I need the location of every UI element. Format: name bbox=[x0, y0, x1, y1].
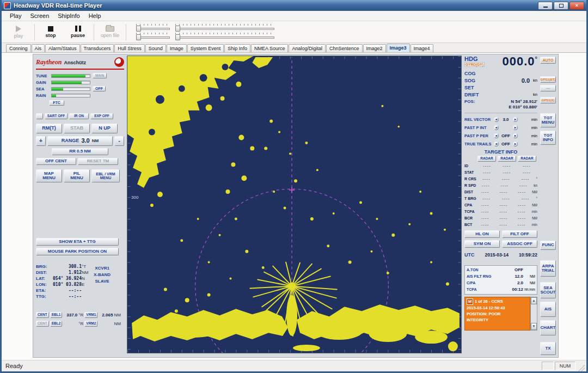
menu-screen[interactable]: Screen bbox=[26, 11, 53, 20]
gps1-x-button[interactable]: GPS1(X) bbox=[540, 97, 556, 103]
stab-button[interactable]: STAB bbox=[64, 124, 90, 133]
past-int-increase-button[interactable]: ▸ bbox=[513, 125, 518, 130]
alarm-scrollbar[interactable]: ▲ ▼ bbox=[530, 297, 537, 331]
scroll-down-icon[interactable]: ▼ bbox=[531, 323, 537, 330]
tab-ship-info[interactable]: Ship Info bbox=[224, 44, 250, 52]
func-button[interactable]: FUNC bbox=[540, 241, 556, 250]
pause-button[interactable]: pause bbox=[64, 23, 91, 41]
radar-ppi[interactable]: 330 300 bbox=[127, 56, 462, 353]
menu-shipinfo[interactable]: ShipInfo bbox=[54, 11, 83, 20]
resize-grip[interactable] bbox=[578, 364, 585, 371]
trails-decrease-button[interactable]: ◂ bbox=[494, 142, 499, 146]
ebl-vrm-menu-button[interactable]: EBL / VRMMENU bbox=[91, 169, 120, 182]
exp-button[interactable]: EXP OFF bbox=[90, 113, 113, 119]
pil-menu-button[interactable]: PILMENU bbox=[64, 169, 90, 182]
tune-slider[interactable] bbox=[51, 74, 90, 78]
tx-button[interactable]: TX bbox=[540, 342, 556, 355]
ebl2-button[interactable]: EBL2 bbox=[50, 321, 63, 327]
assoc-button[interactable]: ASSOC OFF bbox=[502, 240, 537, 248]
symbols-button[interactable]: SYM ON bbox=[464, 240, 500, 248]
open-file-button[interactable]: open file bbox=[96, 23, 124, 41]
vrm2-button[interactable]: VRM2 bbox=[84, 321, 97, 327]
position-slider-2[interactable] bbox=[175, 33, 274, 40]
tab-transducers[interactable]: Transducers bbox=[81, 44, 114, 52]
titlebar[interactable]: Headway VDR Real-time Player × bbox=[2, 0, 586, 11]
tab-sound[interactable]: Sound bbox=[145, 44, 166, 52]
speed-slider-2[interactable] bbox=[136, 33, 170, 40]
range-minus-button[interactable]: - bbox=[114, 136, 124, 146]
tab-alarm-status[interactable]: Alarm/Status bbox=[45, 44, 80, 52]
reset-tm-button[interactable]: RESET TM bbox=[78, 158, 118, 165]
sea-slider[interactable] bbox=[51, 87, 90, 91]
minimize-button[interactable] bbox=[538, 2, 553, 10]
tab-system-event[interactable]: System Event bbox=[187, 44, 224, 52]
maximize-button[interactable] bbox=[554, 2, 568, 10]
range-plus-button[interactable]: + bbox=[36, 136, 46, 146]
tab-image[interactable]: Image bbox=[167, 44, 187, 52]
sart-button[interactable]: SART OFF bbox=[45, 113, 68, 119]
past-int-decrease-button[interactable]: ◂ bbox=[494, 125, 499, 130]
ebl1-button[interactable]: EBL1 bbox=[50, 312, 63, 318]
off-center-button[interactable]: OFF CENT bbox=[36, 158, 76, 165]
close-button[interactable]: × bbox=[569, 2, 584, 10]
vrm1-button[interactable]: VRM1 bbox=[84, 312, 97, 318]
past-per-increase-button[interactable]: ▸ bbox=[513, 133, 518, 138]
map-menu-button[interactable]: MAPMENU bbox=[36, 169, 62, 182]
vector-decrease-button[interactable]: ◂ bbox=[494, 117, 499, 122]
tab-image4[interactable]: Image4 bbox=[411, 44, 433, 52]
tab-analog-digital[interactable]: Analog/Digital bbox=[289, 44, 326, 52]
tab-conning[interactable]: Conning bbox=[6, 44, 31, 52]
tgt-menu-button[interactable]: TGTMENU bbox=[540, 113, 556, 127]
vector-increase-button[interactable]: ▸ bbox=[513, 117, 518, 122]
gps1-bt-button[interactable]: GPS1(BT) bbox=[540, 76, 556, 83]
ir-button[interactable]: IR ON bbox=[69, 113, 89, 119]
speed-slider[interactable] bbox=[136, 24, 170, 32]
tab-chnsentence[interactable]: ChnSentence bbox=[326, 44, 363, 52]
sea-scout-button[interactable]: SEASCOUT bbox=[540, 282, 556, 298]
target-source-radar-3[interactable]: RADAR bbox=[518, 156, 536, 162]
tgt-info-button[interactable]: TGTINFO bbox=[540, 131, 556, 145]
scroll-up-icon[interactable]: ▲ bbox=[531, 297, 537, 304]
target-source-radar-1[interactable]: RADAR bbox=[477, 156, 496, 162]
mouse-park-button[interactable]: MOUSE PARK POSITION ON bbox=[36, 248, 119, 255]
ais-button[interactable]: AIS bbox=[540, 302, 556, 317]
past-pos-int-label: PAST P INT bbox=[464, 125, 493, 130]
filter-button[interactable]: FILT OFF bbox=[502, 230, 537, 238]
chart-button[interactable]: CHART bbox=[540, 320, 556, 335]
play-button[interactable]: play bbox=[5, 23, 32, 41]
stop-button[interactable]: stop bbox=[37, 23, 64, 41]
range-rings-button[interactable]: RR 0.5 NM bbox=[52, 148, 108, 155]
maximize-icon bbox=[559, 4, 564, 8]
trails-increase-button[interactable]: ▸ bbox=[513, 142, 518, 146]
blank-small-button[interactable] bbox=[36, 113, 43, 119]
tab-hull-stress[interactable]: Hull Stress bbox=[114, 44, 145, 52]
off-button[interactable]: OFF bbox=[93, 86, 106, 91]
dash-button[interactable]: — bbox=[540, 85, 556, 91]
menu-help[interactable]: Help bbox=[85, 11, 105, 20]
arpa-trial-button[interactable]: ARPATRIAL bbox=[540, 260, 556, 277]
north-up-button[interactable]: N UP bbox=[91, 124, 118, 133]
cent-ebl2-button[interactable]: CENT bbox=[36, 321, 49, 327]
cent-ebl1-button[interactable]: CENT bbox=[36, 312, 49, 318]
menu-play[interactable]: Play bbox=[6, 11, 25, 20]
statusbar: Ready NUM bbox=[2, 360, 586, 371]
man-button[interactable]: MAN bbox=[93, 73, 107, 78]
show-eta-ttg-button[interactable]: SHOW ETA + TTG bbox=[36, 238, 119, 246]
gain-slider[interactable] bbox=[51, 81, 90, 84]
tab-image3[interactable]: Image3 bbox=[387, 44, 410, 52]
target-row-rcrs: R CRS------------° bbox=[464, 176, 537, 182]
ftc-button[interactable]: FTC bbox=[49, 100, 64, 106]
target-info-table: ID------------ STAT------------ R CRS---… bbox=[464, 163, 537, 228]
tab-ais[interactable]: Ais bbox=[32, 44, 45, 52]
rm-mode-button[interactable]: RM(T) bbox=[36, 124, 62, 133]
tab-image2[interactable]: Image2 bbox=[363, 44, 386, 52]
heading-line-button[interactable]: HL ON bbox=[464, 230, 500, 238]
auto-button[interactable]: AUTO bbox=[540, 57, 556, 64]
tab-nmea-source[interactable]: NMEA Source bbox=[251, 44, 289, 52]
rain-slider[interactable] bbox=[51, 94, 90, 97]
target-source-radar-2[interactable]: RADAR bbox=[498, 156, 516, 162]
position-slider[interactable] bbox=[175, 24, 274, 32]
past-per-decrease-button[interactable]: ◂ bbox=[494, 133, 499, 138]
alarm-message-box[interactable]: M 1 of 26 - CCRS 2015-03-14 12:58:43 POS… bbox=[464, 297, 537, 331]
gyro-source-badge[interactable]: GYRO(GY) bbox=[464, 62, 485, 67]
